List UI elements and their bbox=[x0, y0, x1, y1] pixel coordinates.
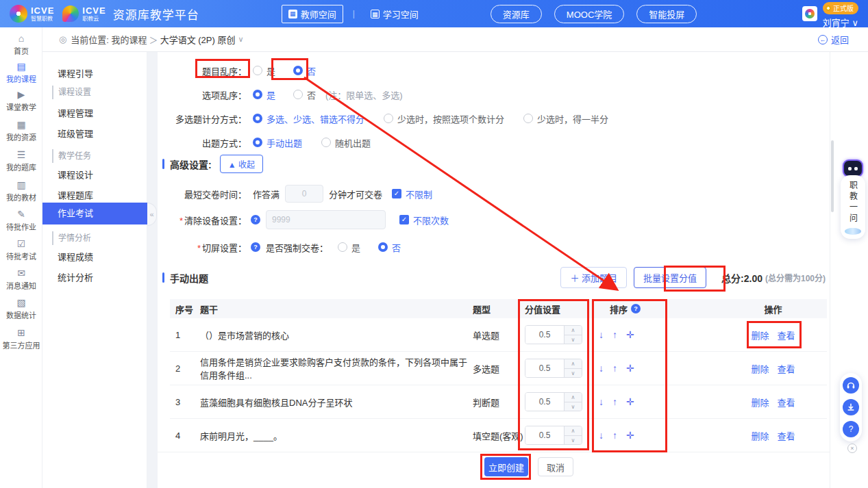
delete-link[interactable]: 删除 bbox=[751, 329, 769, 342]
score-stepper[interactable]: ∧∨ bbox=[525, 392, 582, 411]
no-count-limit-label[interactable]: 不限次数 bbox=[413, 214, 449, 227]
score-input[interactable] bbox=[525, 426, 564, 444]
move-down-icon[interactable]: ↓ bbox=[599, 363, 604, 374]
question-shuffle-no[interactable]: 否 bbox=[293, 64, 316, 77]
app-mini-icon[interactable] bbox=[802, 6, 817, 21]
move-up-icon[interactable]: ↑ bbox=[612, 396, 617, 407]
no-limit-checkbox[interactable]: ✓ bbox=[392, 189, 401, 198]
radio-on-icon[interactable] bbox=[378, 242, 388, 252]
screen-switch-help-icon[interactable]: ? bbox=[251, 242, 260, 252]
resource-lib-button[interactable]: 资源库 bbox=[491, 5, 542, 23]
menu-course-management[interactable]: 课程管理 bbox=[42, 105, 147, 123]
qa-assistant-widget[interactable]: 职教一问 bbox=[841, 159, 865, 239]
mooc-college-button[interactable]: MOOC学院 bbox=[554, 5, 624, 23]
move-down-icon[interactable]: ↓ bbox=[599, 329, 604, 340]
rail-pending-homework[interactable]: ✎待批作业 bbox=[0, 209, 42, 232]
create-now-button[interactable]: 立即创建 bbox=[484, 457, 528, 476]
drag-move-icon[interactable]: ✛ bbox=[626, 329, 634, 340]
score-input[interactable] bbox=[525, 326, 564, 344]
radio-off-icon[interactable] bbox=[523, 114, 533, 123]
add-question-button[interactable]: ＋ 添加题目 bbox=[560, 267, 627, 288]
radio-on-icon[interactable] bbox=[293, 66, 303, 75]
drag-move-icon[interactable]: ✛ bbox=[626, 396, 634, 407]
view-link[interactable]: 查看 bbox=[778, 396, 795, 409]
back-link[interactable]: ← 返回 bbox=[818, 33, 849, 46]
move-down-icon[interactable]: ↓ bbox=[599, 430, 604, 441]
clear-device-input[interactable] bbox=[266, 210, 386, 229]
view-link[interactable]: 查看 bbox=[778, 429, 795, 442]
step-up-icon[interactable]: ∧ bbox=[565, 326, 582, 335]
rail-third-party-apps[interactable]: ⊞第三方应用 bbox=[0, 327, 42, 350]
menu-course-design[interactable]: 课程设计 bbox=[42, 166, 147, 184]
menu-class-management[interactable]: 班级管理 bbox=[42, 125, 147, 143]
close-float-icon[interactable]: × bbox=[847, 444, 857, 453]
radio-off-icon[interactable] bbox=[338, 242, 347, 252]
move-up-icon[interactable]: ↑ bbox=[612, 363, 617, 374]
question-shuffle-yes[interactable]: 是 bbox=[253, 64, 275, 77]
clear-device-help-icon[interactable]: ? bbox=[251, 215, 260, 224]
generation-random[interactable]: 随机出题 bbox=[321, 136, 371, 149]
smart-cast-button[interactable]: 智能投屏 bbox=[636, 5, 697, 23]
score-stepper[interactable]: ∧∨ bbox=[525, 359, 582, 378]
multi-scoring-opt1[interactable]: 多选、少选、错选不得分 bbox=[253, 112, 364, 125]
move-up-icon[interactable]: ↑ bbox=[612, 329, 617, 340]
rail-my-courses[interactable]: ▤我的课程 bbox=[0, 61, 42, 84]
drag-move-icon[interactable]: ✛ bbox=[626, 430, 634, 441]
min-submit-input[interactable] bbox=[285, 185, 323, 203]
tab-student-space[interactable]: ▦ 学习空间 bbox=[364, 5, 425, 23]
step-down-icon[interactable]: ∨ bbox=[565, 436, 582, 445]
radio-off-icon[interactable] bbox=[384, 114, 393, 123]
step-up-icon[interactable]: ∧ bbox=[565, 359, 582, 369]
rail-classroom-teaching[interactable]: ▶课堂教学 bbox=[0, 89, 42, 112]
force-submit-yes[interactable]: 是 bbox=[338, 241, 360, 254]
option-shuffle-yes[interactable]: 是 bbox=[253, 88, 275, 101]
step-down-icon[interactable]: ∨ bbox=[565, 335, 582, 344]
radio-on-icon[interactable] bbox=[253, 90, 262, 99]
score-stepper[interactable]: ∧∨ bbox=[525, 426, 582, 445]
score-input[interactable] bbox=[525, 393, 564, 411]
rail-data-statistics[interactable]: ▧数据统计 bbox=[0, 297, 42, 320]
radio-off-icon[interactable] bbox=[253, 66, 262, 75]
breadcrumb-root[interactable]: 我的课程 bbox=[112, 33, 147, 46]
view-link[interactable]: 查看 bbox=[778, 329, 795, 342]
breadcrumb-course[interactable]: 大学语文 (2P) 原创 bbox=[160, 33, 236, 46]
customer-service-icon[interactable] bbox=[843, 377, 859, 394]
menu-course-scores[interactable]: 课程成绩 bbox=[42, 248, 147, 266]
rail-notifications[interactable]: ✉消息通知 bbox=[0, 268, 42, 291]
delete-link[interactable]: 删除 bbox=[751, 362, 769, 375]
rail-my-resources[interactable]: ▦我的资源 bbox=[0, 119, 42, 142]
step-up-icon[interactable]: ∧ bbox=[565, 393, 582, 402]
delete-link[interactable]: 删除 bbox=[751, 429, 769, 442]
move-up-icon[interactable]: ↑ bbox=[612, 430, 617, 441]
help-icon[interactable]: ? bbox=[843, 421, 859, 437]
no-limit-label[interactable]: 不限制 bbox=[406, 188, 432, 201]
force-submit-no[interactable]: 否 bbox=[378, 241, 401, 254]
score-stepper[interactable]: ∧∨ bbox=[525, 325, 582, 344]
collapse-advanced-button[interactable]: ▲ 收起 bbox=[220, 155, 263, 173]
batch-set-score-button[interactable]: 批量设置分值 bbox=[634, 267, 706, 288]
menu-stat-analysis[interactable]: 统计分析 bbox=[42, 269, 147, 287]
move-down-icon[interactable]: ↓ bbox=[599, 396, 604, 407]
rail-pending-exams[interactable]: ☑待批考试 bbox=[0, 238, 42, 261]
rail-my-question-bank[interactable]: ☰我的题库 bbox=[0, 149, 42, 172]
menu-homework-exam[interactable]: 作业考试 bbox=[42, 203, 147, 224]
view-link[interactable]: 查看 bbox=[778, 362, 795, 375]
radio-off-icon[interactable] bbox=[321, 138, 331, 147]
scrollbar-thumb[interactable] bbox=[831, 140, 834, 212]
generation-manual[interactable]: 手动出题 bbox=[253, 136, 302, 149]
tab-teacher-space[interactable]: ▦ 教师空间 bbox=[282, 5, 343, 23]
step-up-icon[interactable]: ∧ bbox=[565, 426, 582, 436]
step-down-icon[interactable]: ∨ bbox=[565, 402, 582, 411]
course-dropdown-caret[interactable]: ∨ bbox=[238, 35, 243, 44]
drag-move-icon[interactable]: ✛ bbox=[626, 363, 634, 374]
radio-off-icon[interactable] bbox=[293, 90, 303, 99]
no-count-limit-checkbox[interactable]: ✓ bbox=[399, 215, 409, 224]
rail-my-textbooks[interactable]: ▥我的教材 bbox=[0, 179, 42, 203]
radio-on-icon[interactable] bbox=[253, 114, 262, 123]
multi-scoring-opt3[interactable]: 少选时，得一半分 bbox=[523, 112, 608, 125]
rail-home[interactable]: ⌂首页 bbox=[0, 33, 42, 56]
delete-link[interactable]: 删除 bbox=[751, 396, 769, 409]
multi-scoring-opt2[interactable]: 少选时，按照选项个数计分 bbox=[384, 112, 504, 125]
sort-help-icon[interactable]: ? bbox=[631, 304, 641, 313]
cancel-button[interactable]: 取消 bbox=[538, 457, 573, 476]
